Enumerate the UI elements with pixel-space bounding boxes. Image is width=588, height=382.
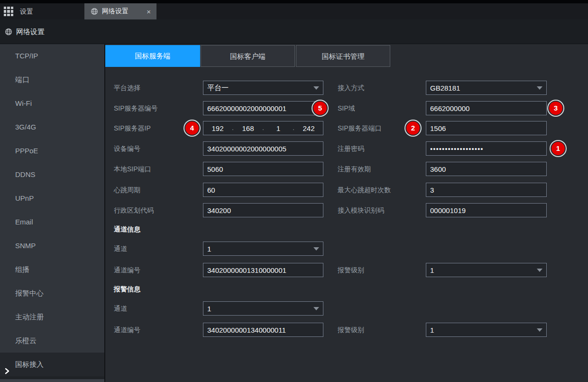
register-validity-label: 注册有效期	[338, 162, 371, 176]
heartbeat-period-input[interactable]	[203, 183, 323, 197]
alarm-channel-label: 通道	[114, 301, 127, 316]
sip-domain-input[interactable]	[426, 101, 547, 115]
device-id-label: 设备编号	[114, 141, 140, 156]
app-grid-icon[interactable]	[4, 7, 13, 16]
access-mode-label: 接入方式	[338, 81, 364, 95]
register-validity-input[interactable]	[426, 162, 547, 176]
window-tab-network-settings[interactable]: 网络设置 ×	[84, 3, 156, 19]
access-module-id-label: 接入模块识别码	[338, 203, 384, 217]
chevron-down-icon	[313, 247, 319, 251]
annotation-badge-1: 1	[551, 142, 565, 155]
chevron-down-icon	[537, 86, 542, 90]
admin-region-code-label: 行政区划代码	[114, 203, 154, 217]
sidebar-item-upnp[interactable]: UPnP	[0, 186, 104, 210]
sidebar-item-alarm-center[interactable]: 报警中心	[0, 281, 104, 305]
sidebar-item-auto-register[interactable]: 主动注册	[0, 305, 104, 329]
tab-gb-server[interactable]: 国标服务端	[105, 45, 200, 67]
platform-label: 平台选择	[114, 81, 140, 95]
sidebar-item-multicast[interactable]: 组播	[0, 258, 104, 281]
gb28181-panel: 国标服务端 国标客户端 国标证书管理 平台选择 平台一 接入方式 GB28181…	[105, 44, 588, 382]
window-tab-title: 网络设置	[102, 7, 129, 16]
chevron-down-icon	[537, 269, 542, 272]
top-bar: 设置 网络设置 ×	[0, 3, 588, 19]
tab-gb-client[interactable]: 国标客户端	[201, 45, 295, 67]
globe-icon	[5, 28, 12, 36]
page-title: 网络设置	[16, 19, 45, 44]
sidebar-item-port[interactable]: 端口	[0, 68, 104, 92]
sip-server-port-label: SIP服务器端口	[338, 121, 382, 135]
sip-server-id-label: SIP服务器编号	[114, 101, 158, 115]
window-top-strip	[0, 0, 588, 3]
local-sip-port-label: 本地SIP端口	[114, 162, 151, 176]
page-header: 网络设置	[0, 19, 588, 44]
max-heartbeat-timeouts-label: 最大心跳超时次数	[338, 183, 391, 197]
chevron-down-icon	[313, 86, 319, 90]
sidebar-item-3g4g[interactable]: 3G/4G	[0, 115, 104, 139]
chevron-down-icon	[537, 328, 542, 332]
admin-region-code-input[interactable]	[203, 203, 323, 217]
alarm-channel-id-label: 通道编号	[114, 323, 140, 337]
sidebar-item-tcpip[interactable]: TCP/IP	[0, 44, 104, 68]
alarm-level-label: 报警级别	[338, 263, 364, 277]
alarm-alarm-level-select[interactable]: 1	[426, 323, 547, 337]
channel-id-label: 通道编号	[114, 263, 140, 277]
alarm-info-heading: 报警信息	[114, 284, 140, 294]
tab-gb-cert-mgmt[interactable]: 国标证书管理	[296, 45, 390, 67]
sidebar-item-lechange[interactable]: 乐橙云	[0, 329, 104, 353]
alarm-channel-select[interactable]: 1	[203, 301, 323, 316]
channel-select[interactable]: 1	[203, 242, 323, 256]
settings-menu-label[interactable]: 设置	[20, 3, 33, 19]
alarm-channel-id-input[interactable]	[203, 323, 323, 337]
sidebar-next-item-partial	[0, 379, 104, 382]
access-module-id-input[interactable]	[426, 203, 547, 217]
sidebar-item-ddns[interactable]: DDNS	[0, 163, 104, 186]
local-sip-port-input[interactable]	[203, 162, 323, 176]
sidebar: TCP/IP 端口 Wi-Fi 3G/4G PPPoE DDNS UPnP Em…	[0, 44, 104, 382]
sip-domain-label: SIP域	[338, 101, 355, 115]
annotation-badge-4: 4	[185, 121, 199, 135]
sidebar-item-email[interactable]: Email	[0, 210, 104, 234]
channel-label: 通道	[114, 242, 127, 256]
sip-server-ip-input[interactable]: 192 . 168 . 1 . 242	[203, 121, 323, 135]
sidebar-item-gb28181[interactable]: 国标接入	[0, 353, 104, 376]
register-password-label: 注册密码	[338, 141, 364, 156]
sidebar-item-snmp[interactable]: SNMP	[0, 234, 104, 258]
globe-icon	[91, 8, 98, 15]
chevron-right-icon	[3, 361, 11, 368]
sip-server-port-input[interactable]	[426, 121, 547, 135]
annotation-badge-2: 2	[406, 121, 420, 135]
channel-id-input[interactable]	[203, 263, 323, 277]
heartbeat-period-label: 心跳周期	[114, 183, 140, 197]
sidebar-item-wifi[interactable]: Wi-Fi	[0, 92, 104, 115]
close-icon[interactable]: ×	[147, 8, 151, 16]
access-mode-select[interactable]: GB28181	[426, 81, 547, 95]
alarm-level-select[interactable]: 1	[426, 263, 547, 277]
sip-server-ip-label: SIP服务器IP	[114, 121, 151, 135]
sidebar-item-pppoe[interactable]: PPPoE	[0, 139, 104, 163]
device-id-input[interactable]	[203, 141, 323, 156]
alarm-alarm-level-label: 报警级别	[338, 323, 364, 337]
sip-server-id-input[interactable]	[203, 101, 323, 115]
annotation-badge-5: 5	[313, 102, 327, 115]
channel-info-heading: 通道信息	[114, 224, 140, 234]
platform-select[interactable]: 平台一	[203, 81, 323, 95]
annotation-badge-3: 3	[549, 102, 562, 115]
chevron-down-icon	[313, 307, 319, 310]
max-heartbeat-timeouts-input[interactable]	[426, 183, 547, 197]
register-password-input[interactable]	[426, 141, 547, 156]
